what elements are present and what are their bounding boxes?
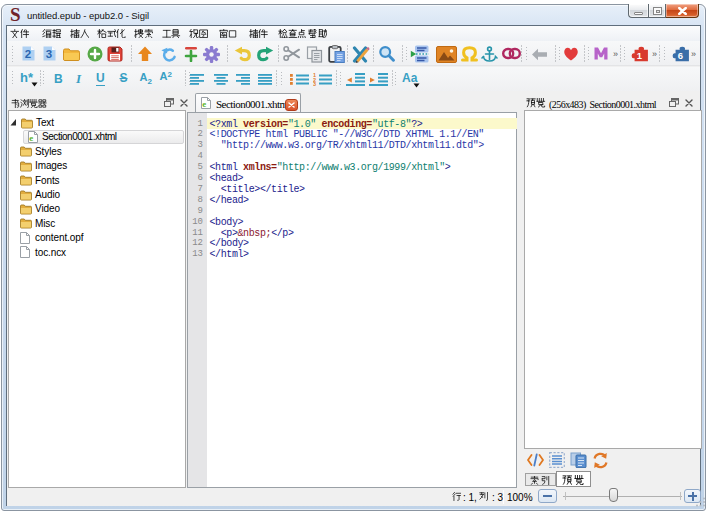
svg-text:2: 2	[25, 48, 31, 60]
svg-text:3: 3	[46, 48, 52, 60]
svg-text:1: 1	[637, 50, 643, 61]
svg-text:6: 6	[678, 50, 683, 61]
svg-text:e: e	[202, 99, 206, 109]
svg-text:3: 3	[313, 81, 316, 86]
svg-text:e: e	[29, 133, 33, 143]
